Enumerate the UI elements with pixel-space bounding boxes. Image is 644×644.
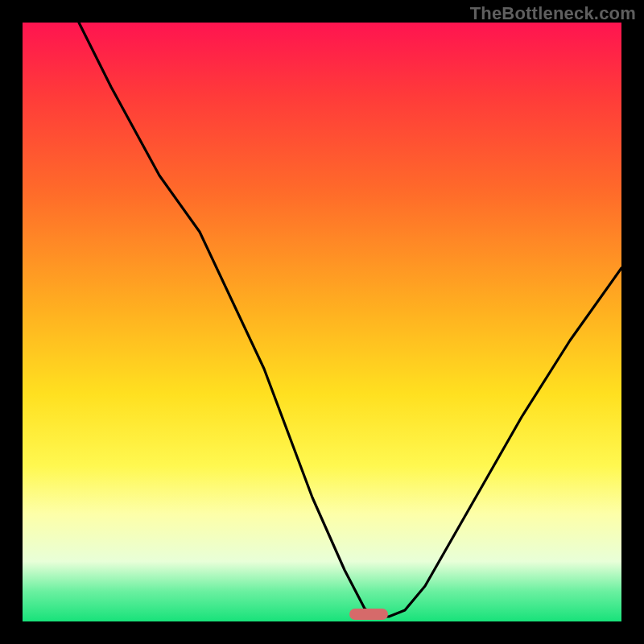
bottleneck-curve [79, 23, 621, 617]
chart-frame: TheBottleneck.com [0, 0, 644, 644]
curve-svg [23, 23, 621, 621]
plot-area [23, 23, 621, 621]
optimal-marker [349, 609, 388, 620]
watermark-text: TheBottleneck.com [470, 3, 636, 24]
